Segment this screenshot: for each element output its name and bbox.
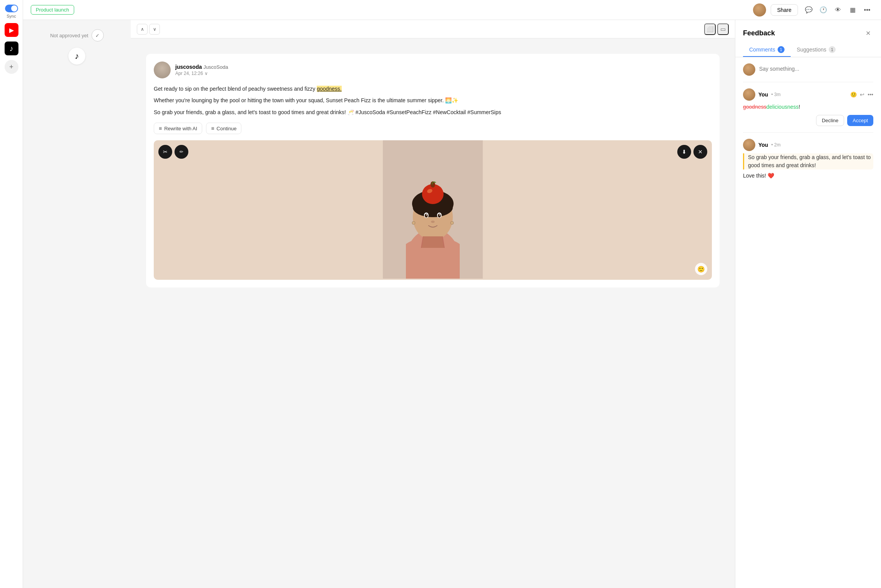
svg-point-13 — [412, 221, 415, 224]
topbar-icons: 💬 🕐 👁 ▦ ••• — [803, 4, 873, 16]
tab-suggestions[interactable]: Suggestions 1 — [791, 43, 842, 57]
share-button[interactable]: Share — [771, 4, 798, 16]
post-content: Get ready to sip on the perfect blend of… — [154, 85, 712, 116]
approval-label: Not approved yet — [50, 33, 88, 38]
svg-point-14 — [450, 221, 454, 224]
rewrite-ai-button[interactable]: ≡ Rewrite with AI — [154, 123, 202, 134]
comment-quoted-text: So grab your friends, grab a glass, and … — [748, 153, 873, 169]
crop-button[interactable]: ✂ — [158, 145, 172, 159]
comment-header-row-2: You • 2m — [743, 139, 873, 151]
layout-icon-btn[interactable]: ▦ — [846, 4, 859, 16]
comments-tab-label: Comments — [749, 47, 775, 53]
close-icon: ✕ — [698, 149, 703, 155]
emoji-reaction-btn[interactable]: 🙂 — [695, 263, 707, 275]
approval-status: Not approved yet ✓ — [50, 29, 103, 42]
mobile-icon: ▭ — [720, 26, 726, 33]
desktop-icon: ⬜ — [706, 26, 714, 33]
comment-buttons-1: Decline Accept — [743, 115, 873, 126]
approve-button[interactable]: ✓ — [91, 29, 104, 42]
platform-tiktok-icon[interactable]: ♪ — [68, 48, 85, 65]
svg-point-9 — [438, 214, 441, 218]
comment-text-1: goodnessdeliciousness! — [743, 103, 873, 111]
comment-text-2: Love this! ❤️ — [743, 172, 873, 180]
preview-icon-btn[interactable]: 👁 — [832, 4, 844, 16]
toggle-knob — [11, 5, 17, 12]
decline-button[interactable]: Decline — [816, 115, 844, 126]
inserted-text: deliciousness — [766, 104, 799, 110]
feedback-body: You • 3m 🙂 ↩ ••• goodnessdeliciousness! — [735, 57, 881, 588]
feedback-panel: Feedback ✕ Comments 1 Suggestions 1 — [735, 20, 881, 588]
comment-header-row-1: You • 3m 🙂 ↩ ••• — [743, 88, 873, 101]
history-icon-btn[interactable]: 🕐 — [817, 4, 829, 16]
sidebar-icon-tiktok[interactable]: ♪ — [5, 42, 18, 55]
image-overlay-controls: ✂ ✏ — [158, 145, 188, 159]
post-avatar — [154, 61, 171, 78]
time-chevron-icon: ∨ — [204, 71, 208, 76]
sidebar-icon-add[interactable]: + — [5, 60, 18, 74]
comment-time-1: • 3m — [771, 92, 780, 97]
eye-icon: 👁 — [835, 7, 841, 13]
sync-toggle[interactable] — [5, 5, 18, 12]
comments-badge: 1 — [778, 46, 785, 53]
comment-emoji-btn[interactable]: 🙂 — [850, 91, 857, 98]
mobile-view-btn[interactable]: ▭ — [717, 23, 729, 35]
divider-1 — [743, 82, 873, 82]
product-badge: Product launch — [31, 5, 74, 15]
nav-arrows: ∧ ∨ — [137, 24, 160, 35]
image-overlay-right: ⬇ ✕ — [677, 145, 707, 159]
download-button[interactable]: ⬇ — [677, 145, 691, 159]
comment-username-2: You — [758, 142, 768, 148]
more-options-btn[interactable]: ••• — [861, 4, 873, 16]
annotate-button[interactable]: ✏ — [175, 145, 188, 159]
chevron-down-icon: ∨ — [153, 27, 156, 32]
sidebar-icon-youtube[interactable]: ▶ — [5, 23, 18, 37]
chevron-up-icon: ∧ — [141, 27, 144, 32]
comment-input-avatar — [743, 63, 755, 76]
smiley-icon: 🙂 — [697, 266, 705, 273]
strikethrough-text: goodness — [743, 104, 766, 110]
download-icon: ⬇ — [682, 149, 687, 155]
continue-button[interactable]: ≡ Continue — [206, 123, 241, 134]
sidebar: Sync ▶ ♪ + — [0, 0, 23, 588]
comment-reply-btn[interactable]: ↩ — [860, 91, 864, 98]
center-panel: ∧ ∨ ⬜ ▭ — [131, 20, 735, 588]
feedback-title: Feedback — [743, 29, 775, 37]
add-icon: + — [9, 63, 13, 71]
post-meta: juscosoda JuscoSoda Apr 24, 12:26 ∨ — [175, 64, 228, 76]
post-text-line2: Whether you're lounging by the pool or h… — [154, 96, 712, 105]
svg-point-11 — [439, 214, 440, 216]
divider-2 — [743, 132, 873, 133]
post-author-name: juscosoda — [175, 64, 202, 70]
close-image-button[interactable]: ✕ — [693, 145, 707, 159]
center-toolbar: ∧ ∨ ⬜ ▭ — [131, 20, 735, 38]
desktop-view-btn[interactable]: ⬜ — [704, 23, 716, 35]
main-content: Product launch Share 💬 🕐 👁 ▦ ••• — [23, 0, 881, 588]
post-text-line1: Get ready to sip on the perfect blend of… — [154, 85, 712, 93]
youtube-icon: ▶ — [9, 27, 14, 34]
nav-down-button[interactable]: ∨ — [149, 24, 160, 35]
topbar-left: Product launch — [31, 5, 74, 15]
highlighted-text: goodness. — [317, 86, 342, 92]
comment-input-field[interactable] — [759, 63, 873, 74]
accept-button[interactable]: Accept — [847, 115, 873, 126]
history-icon: 🕐 — [819, 6, 827, 13]
comment-quoted-block: So grab your friends, grab a glass, and … — [743, 153, 873, 169]
tab-comments[interactable]: Comments 1 — [743, 43, 791, 57]
comment-actions-row-1: 🙂 ↩ ••• — [850, 91, 873, 98]
sync-toggle-container: Sync — [5, 5, 18, 18]
sync-label: Sync — [7, 14, 16, 18]
comment-item-1: You • 3m 🙂 ↩ ••• goodnessdeliciousness! — [743, 88, 873, 126]
chat-icon-btn[interactable]: 💬 — [803, 4, 815, 16]
view-icons: ⬜ ▭ — [704, 23, 729, 35]
left-panel: Not approved yet ✓ ♪ — [23, 20, 131, 588]
topbar: Product launch Share 💬 🕐 👁 ▦ ••• — [23, 0, 881, 20]
comment-more-btn[interactable]: ••• — [868, 91, 873, 98]
post-handle: JuscoSoda — [203, 64, 228, 70]
close-feedback-button[interactable]: ✕ — [863, 28, 873, 38]
continue-icon: ≡ — [211, 125, 214, 131]
comment-input-row — [743, 63, 873, 76]
comment-time-2: • 2m — [771, 142, 780, 148]
nav-up-button[interactable]: ∧ — [137, 24, 148, 35]
tiktok-icon: ♪ — [10, 44, 13, 53]
post-card: juscosoda JuscoSoda Apr 24, 12:26 ∨ Get … — [146, 54, 720, 287]
